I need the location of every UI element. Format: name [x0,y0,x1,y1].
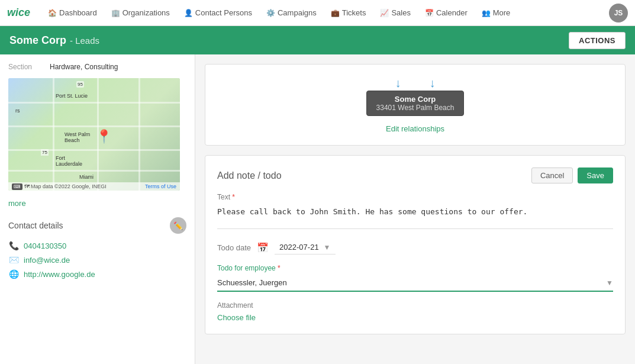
map-label-miami: Miami [79,174,94,180]
calender-icon: 📅 [425,9,434,17]
map-footer: ⌨ 🗺 Map data ©2022 Google, INEGI Terms o… [8,182,180,191]
nav-campaigns-label: Campaigns [278,8,317,17]
keyboard-icon: ⌨ [12,183,22,190]
nav-more[interactable]: 👥 More [476,6,517,20]
save-button[interactable]: Save [578,167,613,183]
edit-relationships-link[interactable]: Edit relationships [386,124,444,133]
date-dropdown-icon: ▼ [324,243,331,252]
contact-url[interactable]: http://www.google.de [24,270,95,279]
avatar[interactable]: JS [609,4,628,22]
phone-icon: 📞 [8,241,19,250]
contact-details-title: Contact details [8,221,63,230]
todo-date-row: Todo date 📅 2022-07-21 ▼ [217,240,613,255]
map-label-fort: FortLauderdale [56,155,82,167]
nav-tickets-label: Tickets [342,8,366,17]
map-container[interactable]: Port St. Lucie West PalmBeach FortLauder… [8,78,180,191]
logo[interactable]: wice [7,7,30,19]
todo-date-label: Todo date [217,243,251,252]
map-road [8,149,180,151]
campaigns-icon: ⚙️ [266,9,275,17]
date-select[interactable]: 2022-07-21 ▼ [275,240,335,255]
contact-email-row: ✉️ info@wice.de [8,253,186,267]
map-label-75: 75 [41,149,49,156]
actions-button[interactable]: ACTIONS [569,32,626,49]
todo-employee-label: Todo for employee * [217,264,613,272]
nav-dashboard-label: Dashboard [59,8,97,17]
nav-calender-label: Calender [436,8,468,17]
section-row: Section Hardware, Consulting [0,60,195,73]
note-box: Add note / todo Cancel Save Text * Todo … [205,155,626,334]
cancel-button[interactable]: Cancel [531,167,573,183]
contact-phone-row: 📞 0404130350 [8,239,186,253]
choose-file-link[interactable]: Choose file [217,313,256,322]
contact-details-header: Contact details ✏️ [8,217,186,234]
map-road [138,78,140,191]
right-content: ↓ ↓ Some Corp 33401 West Palm Beach Edit… [195,54,635,364]
employee-value: Schuessler, Juergen [217,278,287,287]
map-background: Port St. Lucie West PalmBeach FortLauder… [8,78,180,191]
text-field-row: Text * [217,193,613,231]
header-bar: Some Corp - Leads ACTIONS [0,26,635,54]
nav-organizations[interactable]: 🏢 Organizations [105,6,176,20]
map-road [8,102,180,104]
nav-sales-label: Sales [391,8,411,17]
todo-date-inner: Todo date 📅 2022-07-21 ▼ [217,240,613,255]
nav-sales[interactable]: 📈 Sales [374,6,417,20]
relationship-company-address: 33401 West Palm Beach [376,104,455,112]
nav-dashboard[interactable]: 🏠 Dashboard [42,6,103,20]
relationship-company-name: Some Corp [376,95,455,104]
calendar-icon[interactable]: 📅 [257,242,269,253]
sidebar: Section Hardware, Consulting Port St. Lu… [0,54,195,364]
nav-tickets[interactable]: 💼 Tickets [325,6,372,20]
map-road [8,170,180,172]
header-tag: - Leads [70,36,99,46]
contact-phone[interactable]: 0404130350 [24,241,66,250]
dashboard-icon: 🏠 [48,9,57,17]
top-navigation: wice 🏠 Dashboard 🏢 Organizations 👤 Conta… [0,0,635,26]
more-icon: 👥 [482,9,491,17]
relationship-company-box: Some Corp 33401 West Palm Beach [366,91,465,116]
nav-organizations-label: Organizations [123,8,170,17]
contact-details-section: Contact details ✏️ 📞 0404130350 ✉️ info@… [0,211,195,287]
organizations-icon: 🏢 [111,9,120,17]
map-label-port: Port St. Lucie [56,93,88,99]
map-label-95: 95 [76,81,84,88]
map-pin: 📍 [96,130,112,143]
more-link[interactable]: more [0,195,34,211]
text-textarea[interactable] [217,204,613,229]
attachment-label: Attachment [217,301,613,310]
employee-dropdown-icon: ▼ [606,279,613,287]
employee-select[interactable]: Schuessler, Juergen ▼ [217,275,613,292]
text-field-label: Text * [217,193,613,201]
map-label-num: rs [15,108,20,114]
header-company: Some Corp [9,34,66,47]
map-footer-right[interactable]: Terms of Use [145,183,176,189]
note-buttons: Cancel Save [531,167,613,183]
relationship-box: ↓ ↓ Some Corp 33401 West Palm Beach Edit… [205,64,626,146]
nav-campaigns[interactable]: ⚙️ Campaigns [260,6,323,20]
globe-icon: 🌐 [8,269,19,279]
pencil-icon: ✏️ [173,221,183,230]
nav-more-label: More [493,8,511,17]
note-title: Add note / todo [217,170,282,181]
map-road [53,78,54,191]
relationship-diagram: ↓ ↓ Some Corp 33401 West Palm Beach [366,76,465,116]
tickets-icon: 💼 [331,9,340,17]
contact-url-row: 🌐 http://www.google.de [8,267,186,281]
map-road [8,125,180,127]
main-layout: Section Hardware, Consulting Port St. Lu… [0,54,635,364]
nav-contact-persons-label: Contact Persons [195,8,252,17]
sales-icon: 📈 [380,9,389,17]
contact-persons-icon: 👤 [184,9,193,17]
contact-details-edit-button[interactable]: ✏️ [170,217,186,234]
nav-contact-persons[interactable]: 👤 Contact Persons [178,6,258,20]
contact-email[interactable]: info@wice.de [24,256,70,265]
email-icon: ✉️ [8,255,19,265]
map-footer-left: ⌨ 🗺 Map data ©2022 Google, INEGI [12,183,107,189]
todo-employee-row: Todo for employee * Schuessler, Juergen … [217,264,613,292]
attachment-row: Attachment Choose file [217,301,613,322]
note-header: Add note / todo Cancel Save [217,167,613,183]
nav-calender[interactable]: 📅 Calender [419,6,473,20]
map-label-west-palm: West PalmBeach [65,131,90,143]
date-value: 2022-07-21 [279,243,319,252]
